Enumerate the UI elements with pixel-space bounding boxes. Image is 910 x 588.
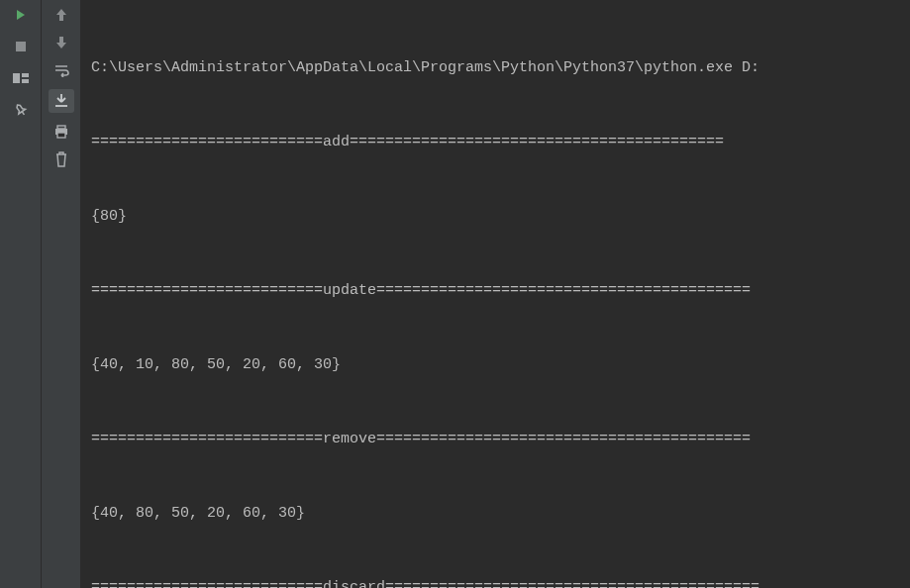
svg-rect-3 (22, 79, 29, 83)
console-line: {80} (91, 204, 900, 229)
console-line: C:\Users\Administrator\AppData\Local\Pro… (91, 55, 900, 80)
pin-icon[interactable] (12, 101, 30, 119)
up-arrow-icon[interactable] (52, 6, 70, 24)
stop-icon[interactable] (12, 38, 30, 55)
console-line: ==========================remove========… (91, 427, 900, 451)
rerun-icon[interactable] (12, 6, 30, 24)
scroll-to-end-icon[interactable] (49, 89, 74, 113)
console-output[interactable]: C:\Users\Administrator\AppData\Local\Pro… (81, 0, 910, 588)
down-arrow-icon[interactable] (52, 34, 70, 51)
trash-icon[interactable] (52, 150, 70, 168)
print-icon[interactable] (52, 123, 70, 141)
svg-rect-1 (13, 73, 20, 83)
console-line: {40, 80, 50, 20, 60, 30} (91, 501, 900, 526)
run-tool-window: C:\Users\Administrator\AppData\Local\Pro… (0, 0, 910, 588)
layout-icon[interactable] (12, 69, 30, 87)
soft-wrap-icon[interactable] (52, 61, 70, 79)
run-toolbar-left (0, 0, 42, 588)
svg-rect-4 (57, 126, 65, 129)
svg-rect-2 (22, 73, 29, 77)
console-line: {40, 10, 80, 50, 20, 60, 30} (91, 352, 900, 377)
svg-rect-0 (16, 42, 26, 51)
console-line: ==========================add===========… (91, 130, 900, 154)
run-toolbar-console (42, 0, 81, 588)
console-line: ==========================discard=======… (91, 575, 900, 588)
console-line: ==========================update========… (91, 278, 900, 303)
svg-rect-6 (57, 133, 65, 138)
